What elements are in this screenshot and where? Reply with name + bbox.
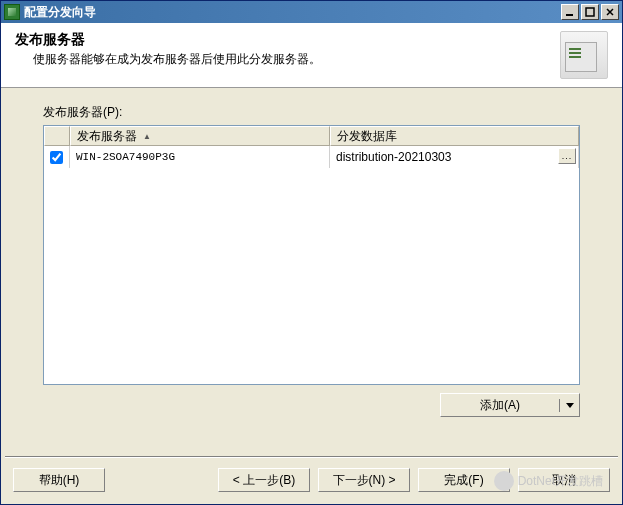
- titlebar[interactable]: 配置分发向导: [1, 1, 622, 23]
- grid-header: 发布服务器 ▲ 分发数据库: [44, 126, 579, 146]
- row-checkbox[interactable]: [50, 151, 63, 164]
- cell-server: WIN-2SOA7490P3G: [70, 146, 330, 168]
- content-area: 发布服务器(P): 发布服务器 ▲ 分发数据库 WIN-2SOA7490P3G: [1, 88, 622, 450]
- back-button[interactable]: < 上一步(B): [218, 468, 310, 492]
- column-distribution-db[interactable]: 分发数据库: [330, 126, 579, 146]
- app-icon: [4, 4, 20, 20]
- page-title: 发布服务器: [15, 31, 560, 49]
- wizard-window: 配置分发向导 发布服务器 使服务器能够在成为发布服务器后使用此分发服务器。 发布…: [0, 0, 623, 505]
- svg-rect-0: [566, 14, 573, 16]
- window-title: 配置分发向导: [24, 4, 561, 21]
- grid-body: WIN-2SOA7490P3G distribution-20210303 ..…: [44, 146, 579, 384]
- maximize-button[interactable]: [581, 4, 599, 20]
- next-button[interactable]: 下一步(N) >: [318, 468, 410, 492]
- close-button[interactable]: [601, 4, 619, 20]
- browse-button[interactable]: ...: [558, 148, 576, 164]
- minimize-button[interactable]: [561, 4, 579, 20]
- publishers-grid: 发布服务器 ▲ 分发数据库 WIN-2SOA7490P3G distributi…: [43, 125, 580, 385]
- chevron-down-icon[interactable]: [559, 399, 579, 412]
- add-button[interactable]: 添加(A): [440, 393, 580, 417]
- wizard-header: 发布服务器 使服务器能够在成为发布服务器后使用此分发服务器。: [1, 23, 622, 88]
- cell-distribution-db: distribution-20210303 ...: [330, 146, 579, 168]
- svg-rect-1: [586, 8, 594, 16]
- help-button[interactable]: 帮助(H): [13, 468, 105, 492]
- publishers-label: 发布服务器(P):: [43, 104, 580, 121]
- page-description: 使服务器能够在成为发布服务器后使用此分发服务器。: [15, 51, 560, 68]
- cancel-button[interactable]: 取消: [518, 468, 610, 492]
- server-icon: [560, 31, 608, 79]
- divider: [5, 456, 618, 458]
- column-checkbox[interactable]: [44, 126, 70, 146]
- sort-ascending-icon: ▲: [143, 132, 151, 141]
- finish-button[interactable]: 完成(F): [418, 468, 510, 492]
- column-publisher[interactable]: 发布服务器 ▲: [70, 126, 330, 146]
- table-row[interactable]: WIN-2SOA7490P3G distribution-20210303 ..…: [44, 146, 579, 168]
- wizard-footer: 帮助(H) < 上一步(B) 下一步(N) > 完成(F) 取消: [1, 468, 622, 504]
